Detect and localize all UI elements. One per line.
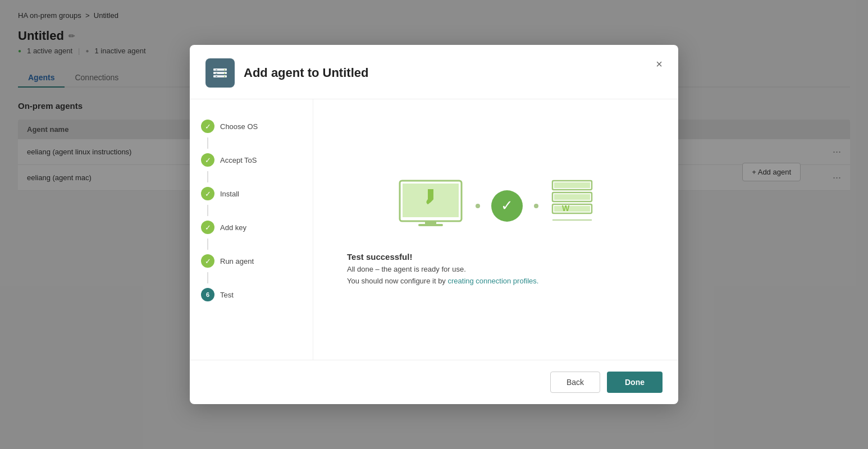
modal-footer: Back Done — [190, 360, 678, 404]
step-1-label: Choose OS — [220, 122, 258, 131]
step-connector-2 — [207, 171, 208, 182]
svg-point-7 — [224, 73, 225, 74]
result-desc-line2: You should now configure it by creating … — [347, 276, 538, 287]
svg-rect-3 — [216, 70, 217, 70]
step-connector-4 — [207, 239, 208, 250]
step-1: ✓ Choose OS — [201, 115, 301, 138]
step-connector-5 — [207, 272, 208, 283]
step-5-label: Run agent — [220, 257, 254, 265]
step-3: ✓ Install — [201, 182, 301, 205]
modal-header: Add agent to Untitled × — [190, 45, 678, 99]
connection-profiles-link[interactable]: creating connection profiles. — [448, 277, 539, 285]
monitor-icon — [397, 178, 464, 234]
step-4-label: Add key — [220, 223, 246, 232]
back-button[interactable]: Back — [550, 372, 600, 393]
svg-rect-4 — [216, 73, 217, 74]
building-icon — [211, 64, 229, 82]
step-5-icon: ✓ — [201, 254, 214, 268]
svg-rect-12 — [418, 224, 443, 226]
step-3-label: Install — [220, 190, 239, 198]
done-button[interactable]: Done — [607, 372, 663, 393]
svg-rect-16 — [554, 194, 590, 200]
modal-dialog: Add agent to Untitled × ✓ Choose OS ✓ Ac… — [190, 45, 678, 404]
steps-panel: ✓ Choose OS ✓ Accept ToS ✓ Install ✓ Add… — [190, 99, 313, 360]
modal-icon-box — [205, 58, 235, 88]
dot-right — [534, 204, 538, 208]
content-panel: ✓ W — [313, 99, 678, 360]
svg-point-8 — [224, 76, 225, 77]
step-4: ✓ Add key — [201, 216, 301, 239]
svg-rect-5 — [216, 76, 217, 77]
step-4-icon: ✓ — [201, 221, 214, 234]
modal-title: Add agent to Untitled — [244, 66, 368, 80]
step-1-icon: ✓ — [201, 120, 214, 133]
step-2: ✓ Accept ToS — [201, 149, 301, 171]
step-6: 6 Test — [201, 283, 301, 306]
check-circle: ✓ — [491, 190, 523, 222]
dot-left — [476, 204, 480, 208]
svg-text:W: W — [562, 204, 570, 213]
step-5: ✓ Run agent — [201, 250, 301, 272]
svg-rect-14 — [554, 182, 590, 188]
result-desc-line1: All done – the agent is ready for use. — [347, 264, 538, 276]
step-2-icon: ✓ — [201, 153, 214, 167]
result-title: Test successful! — [347, 252, 538, 262]
svg-rect-18 — [554, 206, 590, 212]
step-2-label: Accept ToS — [220, 156, 257, 164]
step-connector-1 — [207, 138, 208, 149]
step-connector-3 — [207, 205, 208, 216]
illustration: ✓ W — [397, 178, 595, 234]
step-6-icon: 6 — [201, 288, 214, 301]
close-button[interactable]: × — [651, 56, 667, 72]
step-6-label: Test — [220, 291, 234, 299]
result-text: Test successful! All done – the agent is… — [347, 252, 538, 287]
modal-body: ✓ Choose OS ✓ Accept ToS ✓ Install ✓ Add… — [190, 99, 678, 360]
server-icon: W — [550, 178, 595, 234]
modal-overlay: Add agent to Untitled × ✓ Choose OS ✓ Ac… — [0, 0, 868, 449]
step-3-icon: ✓ — [201, 187, 214, 200]
svg-point-6 — [224, 70, 225, 71]
